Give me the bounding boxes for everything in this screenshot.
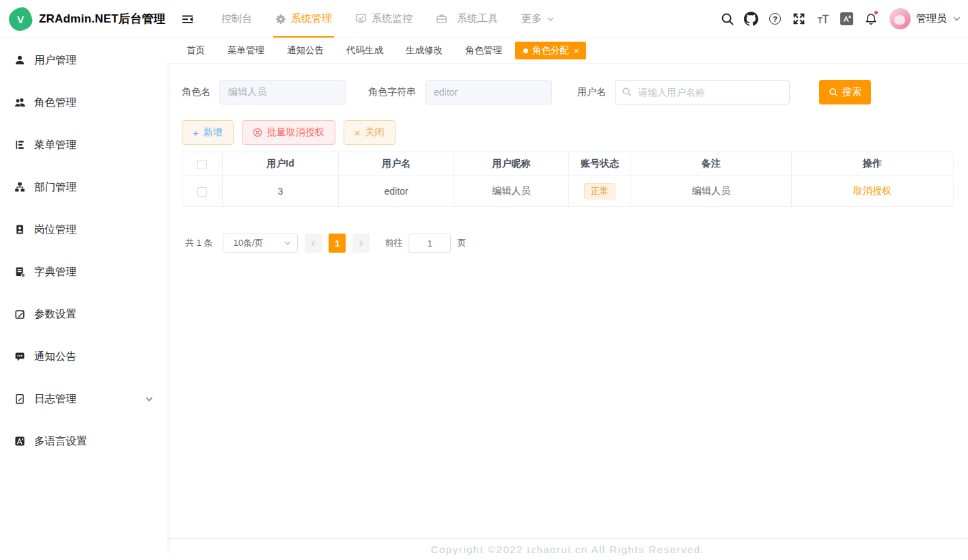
- app-title: ZRAdmin.NET后台管理: [39, 11, 165, 27]
- table-header-row: 用户Id 用户名 用户昵称 账号状态 备注 操作: [182, 152, 954, 176]
- user-name-label: 用户名: [577, 86, 606, 98]
- menu-tree-icon: [14, 139, 25, 150]
- header-user-name: 用户名: [339, 152, 454, 176]
- tab-home[interactable]: 首页: [177, 42, 215, 59]
- top-nav: 控制台 系统管理 系统监控 系统工具 更多: [167, 0, 715, 38]
- log-icon: [14, 393, 25, 404]
- dictionary-icon: [14, 266, 25, 277]
- tab-notice[interactable]: 通知公告: [277, 42, 333, 59]
- user-icon: [14, 55, 25, 66]
- nav-item-system-manage[interactable]: 系统管理: [264, 0, 344, 38]
- toolbar: 新增 批量取消授权 关闭: [182, 120, 954, 145]
- translate-icon[interactable]: [835, 5, 859, 33]
- nav-item-more[interactable]: 更多: [510, 0, 566, 38]
- tab-menu-manage[interactable]: 菜单管理: [218, 42, 274, 59]
- tab-gen-edit[interactable]: 生成修改: [396, 42, 452, 59]
- prev-page-button[interactable]: [305, 234, 322, 253]
- help-icon[interactable]: [763, 5, 787, 33]
- font-size-icon[interactable]: [811, 5, 835, 33]
- app-logo: V ZRAdmin.NET后台管理: [0, 8, 167, 31]
- user-table: 用户Id 用户名 用户昵称 账号状态 备注 操作 3 editor 编辑人员 正…: [182, 152, 954, 207]
- goto-label: 前往: [385, 237, 402, 249]
- user-menu[interactable]: 管理员: [889, 8, 961, 29]
- sidebar-fold-icon[interactable]: [178, 13, 199, 25]
- active-tab-dot-icon: [523, 48, 528, 53]
- page-size-select[interactable]: 10条/页: [223, 234, 298, 253]
- github-icon[interactable]: [739, 5, 763, 33]
- sidebar: 用户管理 角色管理 菜单管理 部门管理 岗位管理 字典管理 参数设置: [0, 38, 167, 560]
- user-name-input[interactable]: [615, 80, 790, 104]
- pagination: 共 1 条 10条/页 1 前往 页: [182, 234, 954, 253]
- role-key-input[interactable]: [425, 80, 552, 104]
- page-number-1[interactable]: 1: [329, 234, 346, 253]
- fullscreen-icon[interactable]: [787, 5, 811, 33]
- sidebar-item-roles[interactable]: 角色管理: [0, 81, 167, 124]
- nav-item-console[interactable]: 控制台: [210, 0, 264, 38]
- goto-page-input[interactable]: [409, 234, 451, 253]
- chevron-down-icon: [284, 239, 292, 247]
- header-remark: 备注: [631, 152, 792, 176]
- nav-item-system-monitor[interactable]: 系统监控: [344, 0, 424, 38]
- close-button[interactable]: 关闭: [344, 120, 396, 145]
- chevron-down-icon: [952, 14, 961, 23]
- post-badge-icon: [14, 224, 25, 235]
- search-button[interactable]: 搜索: [819, 80, 871, 104]
- chevron-down-icon: [145, 395, 154, 404]
- footer: Copyright ©2022 izhaorui.cn All Rights R…: [167, 538, 968, 560]
- user-name: 管理员: [916, 12, 947, 25]
- revoke-auth-link[interactable]: 取消授权: [853, 185, 891, 196]
- sidebar-item-posts[interactable]: 岗位管理: [0, 208, 167, 251]
- tab-role-manage[interactable]: 角色管理: [456, 42, 512, 59]
- nav-item-system-tools[interactable]: 系统工具: [424, 0, 510, 38]
- department-icon: [14, 182, 25, 193]
- cell-user-name: editor: [339, 176, 454, 207]
- sidebar-item-users[interactable]: 用户管理: [0, 39, 167, 81]
- page-tabs: 首页 菜单管理 通知公告 代码生成 生成修改 角色管理 角色分配: [167, 38, 968, 64]
- batch-revoke-button[interactable]: 批量取消授权: [242, 120, 335, 145]
- x-icon: [355, 127, 361, 139]
- search-prefix-icon: [622, 87, 632, 97]
- avatar: [889, 8, 911, 29]
- header-checkbox-cell: [182, 152, 223, 176]
- header-actions: 操作: [792, 152, 954, 176]
- status-badge: 正常: [584, 183, 616, 199]
- row-checkbox[interactable]: [197, 187, 207, 197]
- notification-badge: [874, 10, 879, 15]
- total-count: 共 1 条: [185, 237, 212, 249]
- page-unit-label: 页: [457, 237, 466, 249]
- header-status: 账号状态: [569, 152, 631, 176]
- plus-icon: [193, 127, 199, 139]
- gear-icon: [275, 14, 286, 25]
- settings-edit-icon: [14, 309, 25, 320]
- tab-role-assign-active[interactable]: 角色分配: [515, 42, 586, 59]
- sidebar-item-menus[interactable]: 菜单管理: [0, 124, 167, 166]
- sidebar-item-dictionary[interactable]: 字典管理: [0, 251, 167, 293]
- header-nickname: 用户昵称: [454, 152, 569, 176]
- sidebar-item-notices[interactable]: 通知公告: [0, 335, 167, 378]
- monitor-icon: [355, 13, 367, 25]
- add-button[interactable]: 新增: [182, 120, 234, 145]
- bell-icon[interactable]: [859, 5, 883, 33]
- role-name-input[interactable]: [219, 80, 346, 104]
- roles-icon: [14, 97, 25, 108]
- cell-nickname: 编辑人员: [454, 176, 569, 207]
- select-all-checkbox[interactable]: [197, 160, 207, 169]
- search-icon: [829, 87, 838, 97]
- role-name-label: 角色名: [182, 86, 210, 98]
- sidebar-item-departments[interactable]: 部门管理: [0, 166, 167, 208]
- tab-close-icon[interactable]: [574, 46, 579, 55]
- notice-icon: [14, 351, 25, 362]
- search-icon[interactable]: [715, 5, 739, 33]
- sidebar-item-logs[interactable]: 日志管理: [0, 378, 167, 420]
- next-page-button[interactable]: [352, 234, 370, 253]
- filter-form: 角色名 角色字符串 用户名 搜索: [182, 80, 954, 104]
- sidebar-item-i18n[interactable]: 多语言设置: [0, 420, 167, 462]
- chevron-down-icon: [547, 15, 555, 23]
- translate-icon: [14, 436, 25, 447]
- header-actions: 管理员: [715, 5, 968, 33]
- briefcase-icon: [436, 13, 447, 25]
- main-content: 角色名 角色字符串 用户名 搜索 新增 批量取消授权: [167, 64, 968, 538]
- role-key-label: 角色字符串: [368, 86, 416, 98]
- sidebar-item-parameters[interactable]: 参数设置: [0, 293, 167, 335]
- tab-code-gen[interactable]: 代码生成: [337, 42, 393, 59]
